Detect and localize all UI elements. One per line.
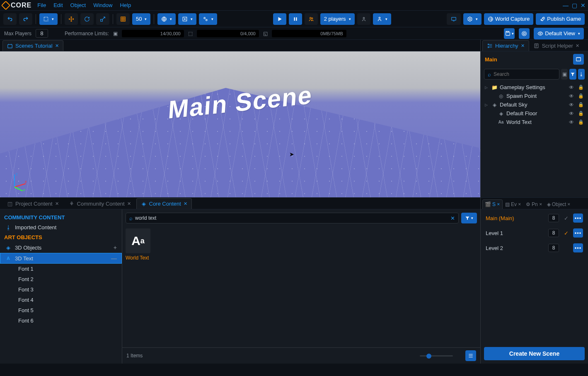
- rotate-tool-button[interactable]: [80, 13, 94, 25]
- viewport-3d[interactable]: Main Scene zxy ➤: [0, 51, 480, 197]
- scene-menu-button[interactable]: •••: [573, 213, 583, 223]
- pause-button[interactable]: [289, 13, 302, 25]
- maximize-icon[interactable]: ▢: [572, 2, 577, 9]
- play-button[interactable]: [273, 13, 286, 25]
- menu-object[interactable]: Object: [70, 2, 86, 8]
- content-search[interactable]: ⌕ ✕: [126, 213, 459, 223]
- lock-icon[interactable]: 🔒: [578, 111, 584, 116]
- view-mode-dropdown[interactable]: Default View: [534, 28, 584, 39]
- collapse-button[interactable]: ⭳: [578, 69, 585, 80]
- scene-row[interactable]: Main (Main) 8 ✓ •••: [482, 211, 586, 225]
- move-tool-button[interactable]: [65, 13, 78, 25]
- close-tab-icon[interactable]: ✕: [497, 202, 500, 206]
- tree-item[interactable]: Font 2: [0, 274, 122, 284]
- visibility-icon[interactable]: 👁: [569, 111, 574, 116]
- group-dropdown[interactable]: [199, 13, 217, 25]
- tree-item[interactable]: Font 5: [0, 305, 122, 315]
- tab-community-content[interactable]: ⚘Community Content✕: [64, 198, 136, 209]
- tree-item[interactable]: ◎Spawn Point👁🔒: [481, 92, 588, 100]
- menu-help[interactable]: Help: [120, 2, 131, 8]
- tree-category-selected[interactable]: A3D Text—: [0, 253, 122, 264]
- tab-scene[interactable]: Scenes Tutorial ✕: [2, 40, 63, 51]
- bot-button[interactable]: [357, 13, 370, 25]
- players-dropdown[interactable]: 2 players: [320, 13, 355, 25]
- scene-player-count[interactable]: 8: [548, 214, 559, 222]
- hierarchy-search-input[interactable]: [494, 71, 556, 77]
- close-tab-icon[interactable]: ✕: [576, 43, 579, 49]
- minimize-icon[interactable]: —: [563, 2, 569, 9]
- lock-icon[interactable]: 🔒: [578, 93, 584, 99]
- redo-button[interactable]: [19, 13, 32, 25]
- tree-item[interactable]: AaWorld Text👁🔒: [481, 118, 588, 126]
- tab-project-content[interactable]: ◫Project Content✕: [2, 198, 63, 209]
- snap-settings-dropdown[interactable]: [178, 13, 196, 25]
- tree-item[interactable]: Font 6: [0, 315, 122, 326]
- publish-game-button[interactable]: Publish Game: [536, 13, 585, 25]
- scene-row[interactable]: Level 2 8 ✓ •••: [482, 241, 586, 255]
- content-search-input[interactable]: [135, 215, 448, 221]
- visibility-icon[interactable]: 👁: [569, 85, 574, 90]
- tab-scenes[interactable]: 🎬S✕: [482, 199, 503, 209]
- filter-button[interactable]: [569, 69, 576, 80]
- tab-properties[interactable]: ⚙Pn✕: [524, 200, 544, 209]
- grid-snap-button[interactable]: [116, 13, 130, 25]
- tree-item[interactable]: ▷📁Gameplay Settings👁🔒: [481, 83, 588, 92]
- check-icon[interactable]: ✓: [562, 245, 570, 251]
- tree-item[interactable]: ▷◈Default Sky👁🔒: [481, 100, 588, 109]
- scale-tool-button[interactable]: [96, 13, 109, 25]
- close-tab-icon[interactable]: ✕: [518, 202, 521, 206]
- lock-icon[interactable]: 🔒: [578, 119, 584, 125]
- close-tab-icon[interactable]: ✕: [567, 202, 571, 206]
- list-view-button[interactable]: [465, 350, 476, 361]
- lock-icon[interactable]: 🔒: [578, 85, 584, 90]
- multiplayer-preview-button[interactable]: [305, 13, 318, 25]
- tree-item[interactable]: ◈Default Floor👁🔒: [481, 109, 588, 118]
- close-tab-icon[interactable]: ✕: [184, 201, 187, 206]
- close-icon[interactable]: ✕: [581, 2, 586, 9]
- scene-menu-button[interactable]: •••: [573, 243, 583, 252]
- close-tab-icon[interactable]: ✕: [127, 201, 131, 206]
- thumbnail-size-slider[interactable]: [147, 355, 461, 357]
- tab-script-helper[interactable]: Script Helper ✕: [529, 40, 584, 51]
- scene-row[interactable]: Level 1 8 ✓ •••: [482, 226, 586, 240]
- save-dropdown[interactable]: [504, 28, 515, 39]
- undo-button[interactable]: [3, 13, 17, 25]
- expand-icon[interactable]: +: [114, 244, 117, 251]
- tab-object[interactable]: ◈Object✕: [545, 200, 573, 209]
- scene-player-count[interactable]: 8: [548, 229, 559, 237]
- max-players-input[interactable]: [36, 29, 48, 38]
- world-space-dropdown[interactable]: [157, 13, 176, 25]
- tree-category[interactable]: ◈3D Objects+: [0, 242, 122, 253]
- check-icon[interactable]: ✓: [562, 215, 570, 221]
- axis-gizmo[interactable]: zxy: [8, 170, 29, 191]
- scene-menu-button[interactable]: [573, 54, 584, 65]
- visibility-icon[interactable]: 👁: [569, 93, 574, 99]
- menu-edit[interactable]: Edit: [53, 2, 63, 8]
- content-filter-button[interactable]: [461, 213, 477, 223]
- scene-player-count[interactable]: 8: [548, 244, 559, 252]
- close-tab-icon[interactable]: ✕: [521, 43, 525, 49]
- select-mode-button[interactable]: [39, 13, 58, 25]
- close-tab-icon[interactable]: ✕: [55, 43, 59, 49]
- character-dropdown[interactable]: [373, 13, 391, 25]
- scene-menu-button[interactable]: •••: [573, 228, 583, 238]
- lock-icon[interactable]: 🔒: [578, 102, 584, 107]
- tab-core-content[interactable]: ◈Core Content✕: [136, 198, 192, 209]
- tab-events[interactable]: ▤Ev✕: [503, 200, 523, 209]
- visibility-icon[interactable]: 👁: [569, 102, 574, 108]
- check-icon[interactable]: ✓: [562, 230, 570, 236]
- close-tab-icon[interactable]: ✕: [539, 202, 542, 206]
- menu-file[interactable]: File: [37, 2, 46, 8]
- help-button[interactable]: [519, 28, 530, 39]
- create-scene-button[interactable]: Create New Scene: [484, 347, 585, 360]
- tree-item[interactable]: Font 1: [0, 264, 122, 274]
- tab-hierarchy[interactable]: Hierarchy ✕: [482, 40, 529, 51]
- hierarchy-search[interactable]: ⌕: [484, 69, 559, 80]
- close-tab-icon[interactable]: ✕: [55, 201, 59, 206]
- tree-category[interactable]: ⭳Imported Content: [0, 222, 122, 233]
- device-preview-button[interactable]: [447, 13, 461, 25]
- outline-view-button[interactable]: ▣: [561, 69, 568, 80]
- clear-search-icon[interactable]: ✕: [450, 215, 455, 221]
- tree-item[interactable]: Font 4: [0, 295, 122, 305]
- asset-item[interactable]: Aa World Text: [126, 228, 151, 261]
